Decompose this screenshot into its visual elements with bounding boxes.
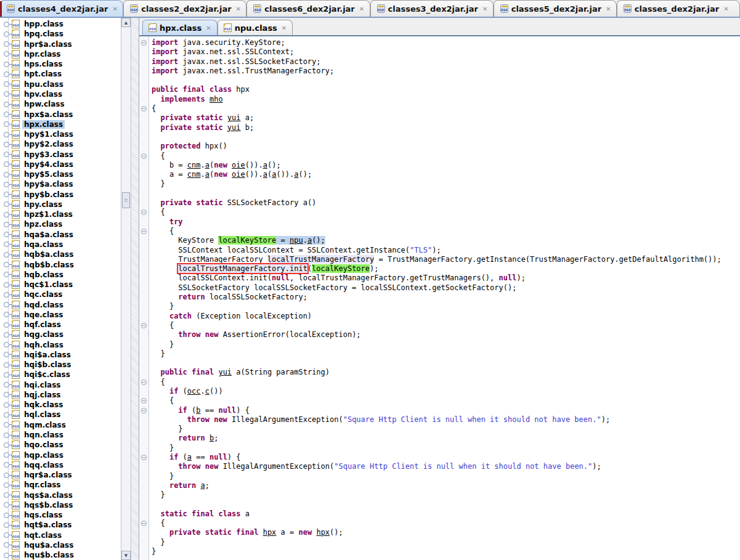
tree-item-hpz.class[interactable]: 010hpz.class (0, 219, 121, 229)
tree-item-hpr$a.class[interactable]: 010hpr$a.class (0, 39, 121, 49)
tree-expander-icon[interactable] (4, 492, 9, 498)
tree-expander-icon[interactable] (4, 542, 9, 548)
close-icon[interactable]: ✕ (206, 25, 211, 31)
tree-expander-icon[interactable] (4, 442, 9, 448)
fold-collapse-icon[interactable] (141, 153, 147, 159)
tree-expander-icon[interactable] (4, 201, 9, 207)
tree-expander-icon[interactable] (4, 31, 9, 37)
tree-item-hpy$1.class[interactable]: 010hpy$1.class (0, 129, 121, 139)
tree-expander-icon[interactable] (4, 172, 9, 177)
tree-item-hpy$5.class[interactable]: 010hpy$5.class (0, 169, 121, 179)
tree-item-hqt.class[interactable]: 010hqt.class (0, 530, 121, 540)
code-link[interactable]: a (201, 481, 205, 490)
fold-collapse-icon[interactable] (141, 106, 147, 112)
jar-tab-classes4_dex2jar.jar[interactable]: 010classes4_dex2jar.jar✕ (0, 0, 123, 17)
tree-item-hpy$b.class[interactable]: 010hpy$b.class (0, 190, 121, 200)
tree-item-hpu.class[interactable]: 010hpu.class (0, 79, 121, 89)
tree-expander-icon[interactable] (4, 462, 9, 468)
code-link[interactable]: oie (232, 161, 245, 169)
tree-expander-icon[interactable] (4, 91, 9, 97)
tree-expander-icon[interactable] (4, 161, 9, 167)
code-link[interactable]: mho (209, 95, 223, 103)
tree-item-hqs$a.class[interactable]: 010hqs$a.class (0, 490, 121, 500)
code-link[interactable]: a (263, 161, 267, 169)
jar-tab-classes2_dex2jar.jar[interactable]: 010classes2_dex2jar.jar✕ (123, 0, 246, 17)
tree-item-hqq.class[interactable]: 010hqq.class (0, 460, 121, 470)
tree-item-hqf.class[interactable]: 010hqf.class (0, 320, 121, 330)
fold-collapse-icon[interactable] (141, 323, 147, 328)
code-link[interactable]: hpx (316, 528, 330, 537)
tree-item-hqi$b.class[interactable]: 010hqi$b.class (0, 360, 121, 370)
tree-item-hqi.class[interactable]: 010hqi.class (0, 380, 121, 390)
close-icon[interactable]: ✕ (236, 6, 241, 12)
tree-expander-icon[interactable] (4, 532, 9, 538)
tree-item-hpy$2.class[interactable]: 010hpy$2.class (0, 139, 121, 149)
tree-expander-icon[interactable] (4, 212, 9, 217)
panel-splitter[interactable] (131, 18, 139, 560)
tree-expander-icon[interactable] (4, 272, 9, 277)
tree-expander-icon[interactable] (4, 192, 9, 197)
tree-expander-icon[interactable] (4, 112, 9, 117)
tree-item-hqh.class[interactable]: 010hqh.class (0, 340, 121, 350)
tree-expander-icon[interactable] (4, 121, 9, 127)
tree-expander-icon[interactable] (4, 182, 9, 187)
tree-expander-icon[interactable] (4, 332, 9, 338)
tree-expander-icon[interactable] (4, 553, 9, 558)
code-link[interactable]: a (187, 453, 192, 461)
tree-item-hpz$1.class[interactable]: 010hpz$1.class (0, 209, 121, 219)
tree-expander-icon[interactable] (4, 452, 9, 458)
tree-expander-icon[interactable] (4, 102, 9, 107)
code-link[interactable]: a (205, 161, 209, 169)
tree-item-hqb$a.class[interactable]: 010hqb$a.class (0, 250, 121, 259)
tree-item-hpx.class[interactable]: 010hpx.class (0, 120, 121, 129)
fold-collapse-icon[interactable] (141, 379, 147, 385)
tree-expander-icon[interactable] (4, 71, 9, 77)
tree-item-hqa.class[interactable]: 010hqa.class (0, 240, 121, 250)
close-icon[interactable]: ✕ (723, 6, 728, 12)
scrollbar-up-button[interactable]: ▲ (121, 18, 131, 27)
tree-expander-icon[interactable] (4, 513, 9, 518)
tree-expander-icon[interactable] (4, 382, 9, 388)
tree-expander-icon[interactable] (4, 41, 9, 47)
tree-expander-icon[interactable] (4, 352, 9, 357)
tree-expander-icon[interactable] (4, 252, 9, 258)
tree-expander-icon[interactable] (4, 132, 9, 137)
tree-expander-icon[interactable] (4, 402, 9, 408)
code-link[interactable]: a (263, 170, 267, 179)
tree-item-hqr.class[interactable]: 010hqr.class (0, 480, 121, 490)
tree-expander-icon[interactable] (4, 422, 9, 428)
fold-collapse-icon[interactable] (141, 398, 147, 404)
code-link[interactable]: cnm (187, 170, 201, 179)
close-icon[interactable]: ✕ (359, 6, 364, 12)
tree-expander-icon[interactable] (4, 473, 9, 478)
code-link[interactable]: hpx (263, 528, 277, 537)
code-link[interactable]: yui (227, 113, 241, 122)
tree-item-hqn.class[interactable]: 010hqn.class (0, 430, 121, 440)
tree-item-hpq.class[interactable]: 010hpq.class (0, 29, 121, 39)
jar-tab-classes_dex2jar.jar[interactable]: 010classes_dex2jar.jar✕ (617, 0, 740, 17)
tree-expander-icon[interactable] (4, 152, 9, 157)
fold-collapse-icon[interactable] (141, 229, 147, 234)
code-link[interactable]: b (196, 406, 200, 415)
tree-item-hpy.class[interactable]: 010hpy.class (0, 200, 121, 209)
tree-item-hql.class[interactable]: 010hql.class (0, 410, 121, 420)
tree-expander-icon[interactable] (4, 62, 9, 67)
tree-item-hqi$a.class[interactable]: 010hqi$a.class (0, 350, 121, 360)
tree-expander-icon[interactable] (4, 241, 9, 247)
tree-expander-icon[interactable] (4, 22, 9, 27)
tree-item-hpx$a.class[interactable]: 010hpx$a.class (0, 109, 121, 119)
tree-item-hqe.class[interactable]: 010hqe.class (0, 310, 121, 320)
tree-expander-icon[interactable] (4, 282, 9, 288)
fold-collapse-icon[interactable] (141, 408, 147, 413)
fold-collapse-icon[interactable] (141, 209, 147, 215)
fold-collapse-icon[interactable] (141, 521, 147, 526)
tree-expander-icon[interactable] (4, 312, 9, 317)
tree-item-hqj.class[interactable]: 010hqj.class (0, 390, 121, 400)
tree-item-hqa$a.class[interactable]: 010hqa$a.class (0, 230, 121, 240)
tree-item-hpr.class[interactable]: 010hpr.class (0, 49, 121, 59)
tree-expander-icon[interactable] (4, 51, 9, 57)
jar-tab-classes5_dex2jar.jar[interactable]: 010classes5_dex2jar.jar✕ (494, 0, 617, 17)
code-link[interactable]: oie (232, 170, 245, 179)
tree-expander-icon[interactable] (4, 322, 9, 328)
tree-item-hpy$3.class[interactable]: 010hpy$3.class (0, 149, 121, 159)
